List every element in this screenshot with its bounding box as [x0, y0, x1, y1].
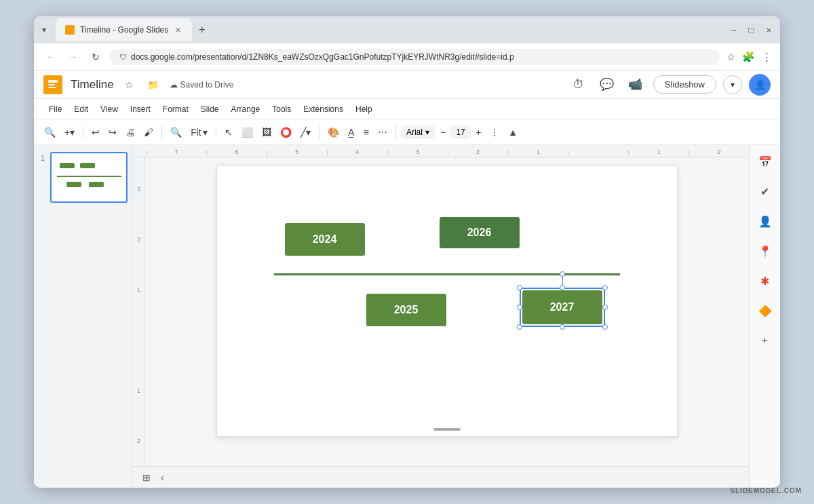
menu-help[interactable]: Help — [350, 102, 378, 116]
menu-file[interactable]: File — [43, 102, 67, 116]
handle-tm[interactable] — [560, 285, 565, 290]
handle-bm[interactable] — [560, 324, 565, 330]
header-right: ⏱ 💬 📹 Slideshow ▾ 👤 — [568, 74, 771, 96]
ruler-v-1: 1 — [137, 265, 142, 315]
more-options-button[interactable]: ⋮ — [486, 123, 503, 142]
print-button[interactable]: 🖨 — [122, 123, 138, 142]
ruler-v-2: 2 — [137, 214, 142, 265]
close-button[interactable]: × — [762, 24, 775, 37]
zoom-fit-dropdown[interactable]: Fit▾ — [187, 123, 211, 142]
selection-handle-top[interactable] — [560, 271, 565, 277]
url-bar[interactable]: 🛡 docs.google.com/presentation/d/1ZN8Ks_… — [110, 49, 720, 65]
font-size-increase[interactable]: + — [472, 123, 484, 142]
reload-button[interactable]: ↻ — [88, 50, 103, 64]
slideshow-dropdown-button[interactable]: ▾ — [723, 75, 742, 94]
tab-title: Timeline - Google Slides — [80, 25, 168, 35]
asterisk-sidebar-button[interactable]: ✱ — [754, 270, 776, 292]
bookmark-icon[interactable]: ☆ — [726, 51, 735, 63]
profile-button[interactable]: 👤 — [749, 74, 771, 96]
menu-tools[interactable]: Tools — [267, 102, 296, 116]
tab-dropdown-arrow[interactable]: ▾ — [39, 24, 49, 36]
shapes-tool[interactable]: ⭕ — [277, 123, 295, 142]
slide-thumbnail-row-1: 1 — [38, 152, 128, 203]
zoom-fit-button[interactable]: 🔍 — [167, 123, 185, 142]
history-button[interactable]: ⏱ — [568, 74, 589, 96]
undo-button[interactable]: ↩ — [88, 123, 103, 142]
collapse-button[interactable]: ▲ — [505, 123, 521, 142]
cloud-icon: ☁ — [170, 80, 178, 90]
line-tool[interactable]: ╱▾ — [297, 123, 314, 142]
menu-icon[interactable]: ⋮ — [762, 51, 772, 63]
menu-view[interactable]: View — [95, 102, 123, 116]
box-2027[interactable]: 2027 — [522, 290, 602, 324]
font-size-display[interactable]: 17 — [450, 125, 471, 139]
slide-thumbnail-1[interactable] — [50, 152, 128, 203]
paint-format-button[interactable]: 🖌 — [140, 123, 157, 142]
menu-insert[interactable]: Insert — [125, 102, 156, 116]
font-size-area: − 17 + — [437, 123, 484, 142]
extensions-icon[interactable]: 🧩 — [742, 51, 755, 63]
add-button[interactable]: +▾ — [61, 123, 78, 142]
right-sidebar: 📅 ✔ 👤 📍 ✱ 🔶 + — [749, 145, 780, 488]
image-tool[interactable]: 🖼 — [258, 123, 275, 142]
select-tool[interactable]: ↖ — [221, 123, 236, 142]
contacts-sidebar-button[interactable]: 👤 — [754, 210, 776, 232]
minimize-button[interactable]: − — [728, 24, 740, 37]
folder-button[interactable]: 📁 — [144, 78, 161, 92]
star-button[interactable]: ☆ — [122, 78, 136, 92]
handle-tr[interactable] — [602, 285, 608, 290]
separator-3 — [216, 125, 216, 139]
handle-ml[interactable] — [517, 305, 522, 310]
zoom-button[interactable]: 🔍 — [41, 123, 59, 142]
browser-window: ▾ Timeline - Google Slides ✕ + − □ × ← →… — [34, 16, 780, 488]
new-tab-button[interactable]: + — [195, 24, 209, 36]
handle-mr[interactable] — [602, 305, 608, 310]
font-name-button[interactable]: Arial▾ — [401, 125, 435, 139]
security-icon: 🛡 — [119, 53, 127, 61]
tab-close-button[interactable]: ✕ — [174, 26, 182, 35]
menu-slide[interactable]: Slide — [195, 102, 225, 116]
slide-canvas[interactable]: 2024 2026 2025 — [144, 157, 749, 466]
comments-button[interactable]: 💬 — [596, 74, 618, 96]
box-2026[interactable]: 2026 — [440, 217, 520, 248]
menu-extensions[interactable]: Extensions — [298, 102, 349, 116]
slideshow-button[interactable]: Slideshow — [653, 75, 716, 94]
toolbar: 🔍 +▾ ↩ ↪ 🖨 🖌 🔍 Fit▾ ↖ ⬜ 🖼 ⭕ ╱▾ 🎨 A̲ ≡ ⋯ … — [34, 119, 780, 145]
shapes-sidebar-button[interactable]: 🔶 — [754, 300, 776, 322]
handle-bl[interactable] — [517, 324, 522, 330]
box-2027-wrapper: 2027 — [522, 290, 602, 324]
font-size-decrease[interactable]: − — [437, 123, 449, 142]
menu-arrange[interactable]: Arrange — [226, 102, 266, 116]
handle-br[interactable] — [602, 324, 608, 330]
back-button[interactable]: ← — [42, 50, 58, 64]
forward-button[interactable]: → — [65, 50, 81, 64]
grid-button[interactable]: ⊞ — [139, 471, 154, 484]
calendar-sidebar-button[interactable]: 📅 — [754, 151, 776, 172]
ruler-marks-top: 7 6 5 4 3 2 1 1 2 — [146, 150, 749, 155]
ruler-4: 4 — [327, 150, 387, 155]
mini-box-2027 — [89, 182, 104, 187]
menu-format[interactable]: Format — [157, 102, 194, 116]
nav-prev-button[interactable]: ‹ — [159, 471, 166, 484]
maximize-button[interactable]: □ — [745, 24, 758, 37]
text-color-tool[interactable]: A̲ — [345, 123, 358, 142]
add-sidebar-button[interactable]: + — [754, 330, 776, 351]
active-tab[interactable]: Timeline - Google Slides ✕ — [56, 18, 192, 41]
align-tool[interactable]: ≡ — [360, 123, 372, 142]
tasks-sidebar-button[interactable]: ✔ — [754, 180, 776, 202]
video-button[interactable]: 📹 — [625, 74, 646, 96]
tab-bar: Timeline - Google Slides ✕ + — [56, 18, 724, 41]
handle-tl[interactable] — [517, 285, 522, 290]
box-2026-label: 2026 — [467, 227, 492, 239]
box-2025[interactable]: 2025 — [366, 294, 446, 326]
tab-favicon — [65, 25, 75, 35]
bg-color-tool[interactable]: 🎨 — [324, 123, 343, 142]
more-tool[interactable]: ⋯ — [374, 123, 391, 142]
redo-button[interactable]: ↪ — [105, 123, 120, 142]
box-2024[interactable]: 2024 — [285, 223, 365, 256]
bottom-left: ⊞ ‹ — [139, 471, 166, 484]
ruler-2r: 2 — [689, 150, 749, 155]
maps-sidebar-button[interactable]: 📍 — [754, 240, 776, 262]
menu-edit[interactable]: Edit — [69, 102, 94, 116]
shape-tool[interactable]: ⬜ — [238, 123, 256, 142]
